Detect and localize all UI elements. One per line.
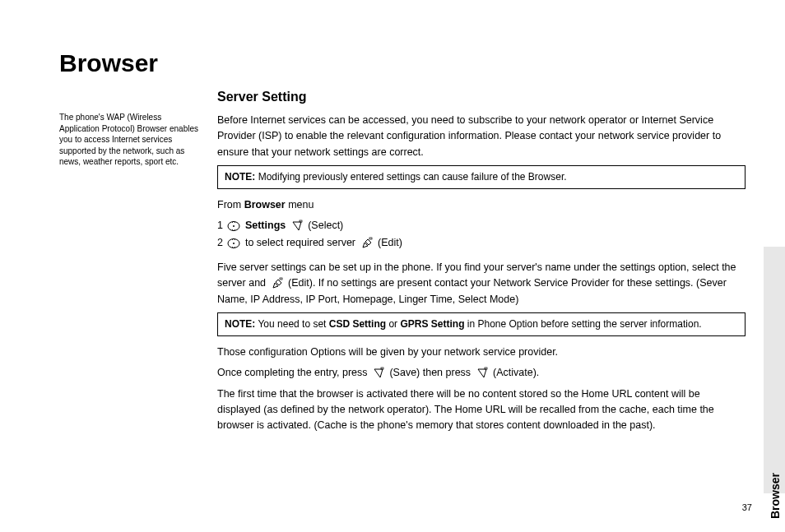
from-menu-bold: Browser xyxy=(244,199,286,210)
chapter-title: Browser xyxy=(59,49,746,77)
softkey-icon xyxy=(372,365,385,381)
from-menu-prefix: From xyxy=(217,199,244,210)
note-label: NOTE: xyxy=(225,318,255,330)
note-text: Modifying previously entered settings ca… xyxy=(255,171,566,183)
step-action: (Edit) xyxy=(378,237,402,248)
step-label: Settings xyxy=(245,220,286,231)
section-title: Server Setting xyxy=(217,87,746,108)
note-box-2: NOTE: You need to set CSD Setting or GPR… xyxy=(217,312,746,336)
edit-icon xyxy=(271,275,284,291)
nav-icon xyxy=(227,236,240,252)
para4-a: Once completing the entry, press xyxy=(217,367,370,378)
from-menu-line: From Browser menu xyxy=(217,197,746,213)
step-1: 1 Settings (Select) xyxy=(217,218,746,234)
note2-c: or xyxy=(386,318,400,330)
intro-paragraph: Before Internet services can be accessed… xyxy=(217,113,746,160)
paragraph-4: Once completing the entry, press (Save) … xyxy=(217,365,746,381)
main-content: Server Setting Before Internet services … xyxy=(217,87,746,439)
svg-rect-5 xyxy=(369,238,372,239)
page-number: 37 xyxy=(742,502,752,512)
side-tab xyxy=(764,247,785,493)
note2-b: CSD Setting xyxy=(329,318,386,330)
note2-d: GPRS Setting xyxy=(400,318,464,330)
svg-rect-8 xyxy=(485,368,487,369)
side-tab-label: Browser xyxy=(769,473,782,519)
sidebar-note: The phone's WAP (Wireless Application Pr… xyxy=(59,87,201,439)
page: Browser The phone's WAP (Wireless Applic… xyxy=(0,0,785,532)
note2-a: You need to set xyxy=(255,318,328,330)
svg-point-1 xyxy=(233,225,235,227)
para4-c: (Activate). xyxy=(493,367,539,378)
paragraph-3: Those configuration Options will be give… xyxy=(217,345,746,360)
softkey-icon xyxy=(290,218,304,234)
edit-icon xyxy=(360,236,374,252)
para2-b: (Edit). If no settings are present conta… xyxy=(217,277,727,304)
content-columns: The phone's WAP (Wireless Application Pr… xyxy=(59,87,746,439)
nav-icon xyxy=(227,218,240,234)
svg-rect-7 xyxy=(381,368,383,369)
softkey-icon xyxy=(476,365,489,381)
note-label: NOTE: xyxy=(225,171,255,183)
step-text: to select required server xyxy=(245,237,355,248)
paragraph-5: The first time that the browser is activ… xyxy=(217,386,746,434)
svg-rect-2 xyxy=(300,220,302,222)
note2-e: in Phone Option before setting the serve… xyxy=(464,318,701,330)
svg-point-4 xyxy=(233,243,235,244)
step-2: 2 to select required server (Edit) xyxy=(217,235,746,251)
paragraph-2: Five server settings can be set up in th… xyxy=(217,260,746,308)
from-menu-suffix: menu xyxy=(286,199,314,210)
step-number: 2 xyxy=(217,237,223,248)
step-number: 1 xyxy=(217,220,223,231)
step-action: (Select) xyxy=(308,220,343,231)
note-box-1: NOTE: Modifying previously entered setti… xyxy=(217,165,746,189)
para4-b: (Save) then press xyxy=(389,367,473,378)
svg-rect-6 xyxy=(280,278,282,280)
